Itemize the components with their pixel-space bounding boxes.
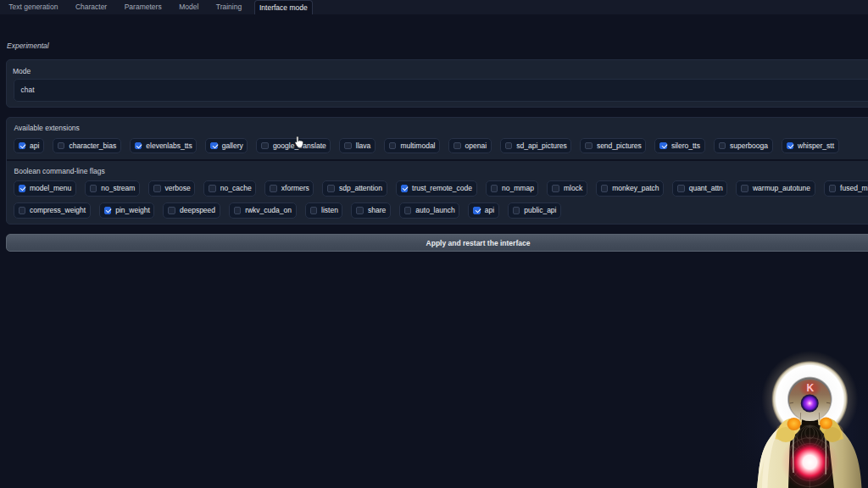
svg-text:K: K: [806, 382, 814, 394]
